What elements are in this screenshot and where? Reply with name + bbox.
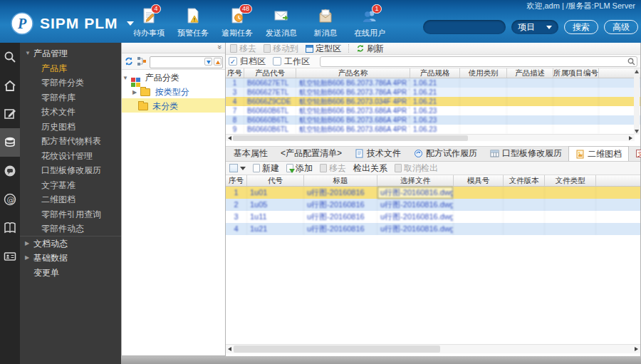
table-row[interactable]: 3B606627ETL航空轮胎B606 B6.2073.786A 4PR TT1… — [226, 88, 640, 97]
table-row[interactable]: 4B6066Z9CDE航空轮胎B606 B6.2073.034F 4PR TL1… — [226, 97, 640, 106]
sidebar-item[interactable]: ▶ 基础数据 — [20, 251, 121, 266]
tab-formula-trial-history[interactable]: 配方试作履历 — [407, 146, 484, 161]
edit-icon[interactable] — [0, 100, 20, 128]
refresh-icon[interactable] — [124, 56, 134, 66]
sidebar-item[interactable]: 历史图档 — [20, 120, 121, 135]
sidebar-item[interactable]: 零部件动态 — [20, 222, 121, 236]
column-header[interactable]: 产品规格 — [410, 68, 460, 78]
column-header[interactable]: 产品描述 — [507, 68, 553, 78]
scrollbar-thumb[interactable] — [233, 135, 468, 141]
contact-card-icon[interactable] — [0, 242, 20, 271]
product-grid-vscrollbar[interactable] — [634, 68, 640, 135]
table-row[interactable]: 9B60660B6TL航空轮胎B606 B6.2073.686A 4PR TT1… — [226, 125, 640, 134]
global-search-input[interactable] — [423, 20, 506, 34]
search-category-dropdown[interactable]: 项目 — [511, 20, 558, 34]
app-logo-menu[interactable]: P SIPM PLM — [10, 11, 134, 36]
column-header[interactable]: 标题 — [304, 175, 377, 186]
nav-todo-items[interactable]: 4 待办事项 — [127, 7, 171, 38]
sidebar-item[interactable]: ▼ 产品管理 — [20, 46, 121, 61]
main-hscrollbar[interactable] — [226, 344, 640, 353]
sidebar-item[interactable]: 配方替代物料表 — [20, 134, 121, 149]
work-zone-checkbox[interactable] — [273, 57, 281, 66]
column-header[interactable]: 序号 — [226, 175, 247, 186]
sidebar-item[interactable]: 变更单 — [20, 266, 121, 281]
hierarchy-icon[interactable] — [137, 56, 147, 66]
tab-text-standard[interactable]: 文 文字基准 — [629, 146, 641, 161]
product-filter-input[interactable] — [320, 56, 637, 67]
expand-arrow-icon[interactable]: ▶ — [131, 85, 138, 100]
sidebar-item[interactable]: ▶ 文档动态 — [20, 236, 121, 251]
archive-zone-checkbox[interactable]: ✓ — [229, 57, 237, 66]
scroll-down-icon[interactable] — [635, 130, 639, 133]
tree-root-node[interactable]: ▼ 产品分类 — [122, 70, 225, 84]
sidebar-item[interactable]: 零部件引用查询 — [20, 207, 121, 222]
tree-node-by-type[interactable]: ▶ 按类型分 — [122, 84, 225, 98]
scroll-up-icon[interactable] — [635, 70, 639, 73]
table-row[interactable]: 7B60660B6TL航空轮胎B606 B6.2073.686A 4PR TL1… — [226, 106, 640, 115]
sidebar-item[interactable]: 技术文件 — [20, 105, 121, 120]
table-row[interactable]: 41u21u行图-20160816u行图-20160816.dwg — [226, 223, 640, 235]
sidebar-item[interactable]: 口型板修改履历 — [20, 163, 121, 178]
scroll-left-icon[interactable] — [228, 136, 231, 140]
search-button[interactable]: 搜索 — [564, 20, 598, 34]
add-button[interactable]: 添加 — [286, 162, 313, 175]
table-row[interactable]: 8B60660B6TL航空轮胎B606 B6.2073.686A 4PR TT1… — [226, 115, 640, 125]
panel-collapse-icon[interactable]: » — [216, 45, 224, 49]
book-icon[interactable] — [0, 214, 20, 242]
column-header[interactable]: 产品代号 — [244, 68, 296, 78]
nav-overdue-tasks[interactable]: 48 逾期任务 — [215, 7, 259, 38]
scroll-left-icon[interactable] — [228, 347, 231, 351]
home-icon[interactable] — [0, 71, 20, 100]
sidebar-item[interactable]: 零部件库 — [20, 90, 121, 105]
sidebar-item[interactable]: 二维图档 — [20, 192, 121, 207]
column-header[interactable]: 所属项目编号 — [553, 68, 599, 78]
column-header[interactable]: 代号 — [247, 175, 304, 186]
column-header[interactable]: 模具号 — [454, 175, 504, 186]
nav-new-messages[interactable]: 新消息 — [303, 7, 348, 38]
scroll-right-icon[interactable] — [629, 136, 632, 140]
tree-node-unclassified[interactable]: 未分类 — [122, 98, 225, 113]
table-row[interactable]: 1B606627ETL航空轮胎B606 B6.2073.786A 4PR TL1… — [226, 78, 640, 88]
sidebar-item[interactable]: 产品库 — [20, 61, 121, 76]
remove-relation-button[interactable]: 移去 — [320, 162, 346, 175]
column-header[interactable]: 序号 — [226, 68, 244, 78]
tab-die-plate-history[interactable]: 口型板修改履历 — [484, 146, 568, 161]
remove-button[interactable]: 移去 — [230, 43, 256, 55]
search-next-button[interactable] — [204, 58, 212, 66]
column-header[interactable]: 产品名称 — [296, 68, 410, 78]
checkout-relation-button[interactable]: 检出关系 — [353, 162, 387, 175]
search-prev-button[interactable] — [214, 58, 222, 66]
sidebar-item[interactable]: 零部件分类 — [20, 76, 121, 90]
column-header[interactable]: 使用类别 — [460, 68, 507, 78]
move-to-button[interactable]: 移动到 — [264, 43, 298, 55]
table-row[interactable]: 11u01u行图-20160816u行图-20160816.dwg — [226, 187, 640, 199]
new-button[interactable]: 新建 — [253, 162, 279, 175]
scrollbar-thumb[interactable] — [234, 345, 440, 353]
cancel-checkout-button[interactable]: 取消检出 — [395, 162, 438, 175]
view-mode-dropdown[interactable] — [229, 164, 246, 172]
advanced-search-button[interactable]: 高级 — [604, 20, 638, 34]
tab-product-config-list[interactable]: <产品配置清单> — [274, 146, 348, 161]
search-icon[interactable] — [627, 58, 635, 66]
nav-online-users[interactable]: 1 在线用户 — [348, 7, 392, 38]
finalize-zone-button[interactable]: 定型区 — [306, 43, 341, 55]
expand-arrow-icon[interactable]: ▼ — [122, 71, 129, 85]
tab-technical-docs[interactable]: 技术文件 — [348, 146, 407, 161]
chat-icon[interactable] — [0, 157, 20, 185]
nav-send-message[interactable]: 发送消息 — [259, 7, 303, 38]
sidebar-item[interactable]: 花纹设计管理 — [20, 149, 121, 164]
tab-basic-properties[interactable]: 基本属性 — [227, 146, 274, 161]
search-module-icon[interactable] — [0, 43, 20, 71]
mention-icon[interactable]: @ — [0, 185, 20, 214]
database-module-icon[interactable] — [0, 128, 20, 157]
product-grid-hscrollbar[interactable] — [226, 134, 635, 141]
scroll-right-icon[interactable] — [635, 347, 638, 351]
tab-2d-drawings[interactable]: 二维图档 — [568, 146, 629, 161]
table-row[interactable]: 21u05u行图-20160816u行图-20160816.dwg — [226, 199, 640, 211]
column-header[interactable]: 文件版本 — [504, 175, 545, 186]
sidebar-item[interactable]: 文字基准 — [20, 178, 121, 193]
column-header[interactable]: 选择文件 — [377, 175, 454, 186]
nav-warning-tasks[interactable]: 预警任务 — [171, 7, 215, 38]
refresh-button[interactable]: 刷新 — [356, 43, 384, 55]
table-row[interactable]: 31u11u行图-20160816u行图-20160816.dwg — [226, 211, 640, 223]
